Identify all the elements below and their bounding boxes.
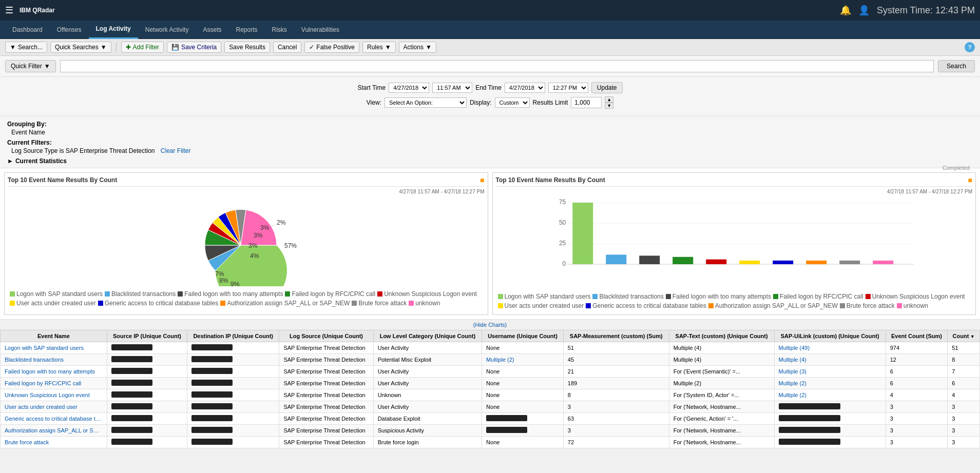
- cancel-button[interactable]: Cancel: [273, 42, 301, 53]
- table-row[interactable]: Unknown Suspicious Logon eventSAP Enterp…: [1, 389, 980, 401]
- table-cell-sap-ui[interactable]: Multiple (3): [774, 366, 886, 378]
- table-cell-username[interactable]: Multiple (2): [482, 354, 564, 366]
- table-row[interactable]: Failed logon with too many attemptsSAP E…: [1, 366, 980, 378]
- table-cell-sap-ui[interactable]: Multiple (49): [774, 342, 886, 354]
- spinner-up[interactable]: ▲: [605, 96, 613, 103]
- search-submit-button[interactable]: Search: [938, 60, 975, 72]
- svg-text:3%: 3%: [254, 232, 263, 239]
- legend-label-9: Brute force attack: [358, 300, 407, 307]
- end-time-select[interactable]: 12:27 PM: [548, 83, 588, 93]
- table-row[interactable]: Blacklisted transactionsSAP Enterprise T…: [1, 354, 980, 366]
- table-cell[interactable]: User acts under created user: [1, 401, 107, 413]
- end-date-select[interactable]: 4/27/2018: [505, 83, 545, 93]
- redacted-value: [191, 380, 233, 386]
- nav-vulnerabilities[interactable]: Vulnerabilities: [294, 21, 347, 39]
- table-row[interactable]: Logon with SAP standard usersSAP Enterpr…: [1, 342, 980, 354]
- notification-icon[interactable]: 🔔: [840, 5, 851, 16]
- table-cell[interactable]: Blacklisted transactions: [1, 354, 107, 366]
- table-row[interactable]: Brute force attackSAP Enterprise Threat …: [1, 437, 980, 448]
- col-event-name[interactable]: Event Name: [1, 330, 107, 342]
- right-chart-close[interactable]: ■: [968, 176, 972, 184]
- right-legend-color-4: [773, 294, 778, 299]
- svg-text:3%: 3%: [248, 242, 258, 249]
- clear-filter-link[interactable]: Clear Filter: [161, 147, 191, 154]
- table-row[interactable]: Failed logon by RFC/CPIC callSAP Enterpr…: [1, 378, 980, 389]
- start-date-select[interactable]: 4/27/2018: [389, 83, 429, 93]
- col-sap-text[interactable]: SAP-Text (custom) (Unique Count): [669, 330, 774, 342]
- update-button[interactable]: Update: [591, 82, 623, 93]
- search-button[interactable]: ▼ Search...: [5, 42, 47, 53]
- table-cell[interactable]: Authorization assign SAP_ALL or SAP_NEW: [1, 425, 107, 437]
- col-event-count[interactable]: Event Count (Sum): [886, 330, 948, 342]
- svg-text:7%: 7%: [215, 270, 224, 278]
- table-cell-sap-ui[interactable]: Multiple (2): [774, 389, 886, 401]
- brand: IBM QRadar: [20, 7, 55, 14]
- nav-reports[interactable]: Reports: [228, 21, 264, 39]
- nav-network-activity[interactable]: Network Activity: [138, 21, 196, 39]
- save-criteria-button[interactable]: 💾 Save Criteria: [167, 42, 221, 53]
- col-low-level[interactable]: Low Level Category (Unique Count): [373, 330, 482, 342]
- quick-searches-button[interactable]: Quick Searches ▼: [50, 42, 111, 53]
- table-cell[interactable]: Failed logon with too many attempts: [1, 366, 107, 378]
- spinner-buttons[interactable]: ▲ ▼: [605, 96, 613, 109]
- left-chart-close[interactable]: ■: [480, 176, 484, 184]
- table-cell: [107, 425, 187, 437]
- table-cell[interactable]: Logon with SAP standard users: [1, 342, 107, 354]
- nav-risks[interactable]: Risks: [265, 21, 294, 39]
- hide-charts-link[interactable]: (Hide Charts): [0, 319, 980, 330]
- false-positive-button[interactable]: ✓ False Positive: [304, 42, 359, 53]
- nav-offenses[interactable]: Offenses: [50, 21, 89, 39]
- table-cell-sap-text: For ('Network, Hostname...: [669, 401, 774, 413]
- legend-item-7: Generic access to critical database tabl…: [98, 300, 218, 307]
- spinner-down[interactable]: ▼: [605, 103, 613, 109]
- table-cell: 4: [886, 389, 948, 401]
- user-icon[interactable]: 👤: [858, 5, 870, 16]
- save-results-button[interactable]: Save Results: [224, 42, 270, 53]
- table-row[interactable]: User acts under created userSAP Enterpri…: [1, 401, 980, 413]
- svg-rect-24: [739, 261, 760, 264]
- col-source-ip[interactable]: Source IP (Unique Count): [107, 330, 187, 342]
- table-cell: 6: [886, 366, 948, 378]
- triangle-icon: ►: [7, 157, 13, 165]
- col-username[interactable]: Username (Unique Count): [482, 330, 564, 342]
- view-select[interactable]: Select An Option:: [385, 97, 467, 108]
- nav-dashboard[interactable]: Dashboard: [5, 21, 50, 39]
- table-cell[interactable]: Unknown Suspicious Logon event: [1, 389, 107, 401]
- legend-color-9: [352, 301, 357, 306]
- col-log-source[interactable]: Log Source (Unique Count): [279, 330, 373, 342]
- table-cell-sap-ui: [774, 401, 886, 413]
- legend-item-9: Brute force attack: [352, 300, 407, 307]
- col-sap-measure[interactable]: SAP-Measurement (custom) (Sum): [563, 330, 669, 342]
- add-filter-button[interactable]: ✚ Add Filter: [121, 42, 164, 53]
- start-time-select[interactable]: 11:57 AM: [432, 83, 472, 93]
- table-cell[interactable]: Failed logon by RFC/CPIC call: [1, 378, 107, 389]
- right-legend: Logon with SAP standard users Blackliste…: [496, 291, 973, 311]
- svg-rect-25: [773, 261, 793, 264]
- current-stats[interactable]: ► Current Statistics: [7, 157, 973, 165]
- results-limit-input[interactable]: 1,000: [571, 97, 602, 108]
- table-cell[interactable]: Brute force attack: [1, 437, 107, 448]
- help-button[interactable]: ?: [965, 42, 975, 52]
- col-sap-ui[interactable]: SAP-UiLink (custom) (Unique Count): [774, 330, 886, 342]
- table-cell[interactable]: Generic access to critical database tabl…: [1, 413, 107, 425]
- quick-filter-button[interactable]: Quick Filter ▼: [5, 60, 56, 72]
- table-cell: 8: [563, 389, 669, 401]
- actions-button[interactable]: Actions ▼: [399, 42, 436, 53]
- table-row[interactable]: Authorization assign SAP_ALL or SAP_NEWS…: [1, 425, 980, 437]
- svg-rect-20: [606, 254, 626, 264]
- col-count[interactable]: Count: [948, 330, 980, 342]
- table-cell-sap-ui[interactable]: Multiple (2): [774, 378, 886, 389]
- col-dest-ip[interactable]: Destination IP (Unique Count): [187, 330, 279, 342]
- display-select[interactable]: Custom: [495, 97, 530, 108]
- save-results-label: Save Results: [229, 44, 265, 51]
- rules-button[interactable]: Rules ▼: [362, 42, 396, 53]
- search-input[interactable]: [60, 60, 934, 72]
- nav-assets[interactable]: Assets: [196, 21, 228, 39]
- legend-item-10: unknown: [409, 300, 440, 307]
- redacted-value: [191, 344, 233, 350]
- start-time-label: Start Time: [357, 84, 386, 91]
- table-row[interactable]: Generic access to critical database tabl…: [1, 413, 980, 425]
- nav-log-activity[interactable]: Log Activity: [89, 21, 138, 39]
- table-cell-sap-ui[interactable]: Multiple (4): [774, 354, 886, 366]
- hamburger-menu[interactable]: ☰: [5, 5, 13, 16]
